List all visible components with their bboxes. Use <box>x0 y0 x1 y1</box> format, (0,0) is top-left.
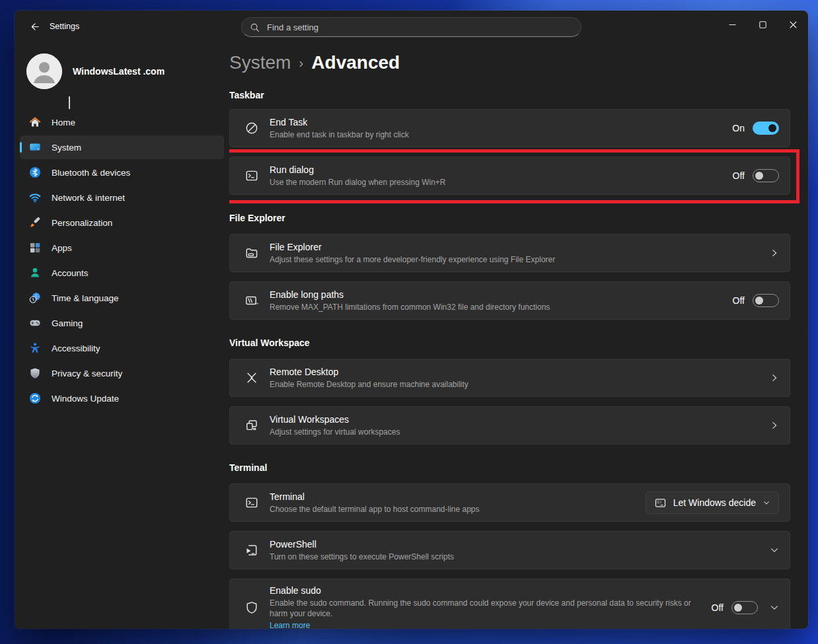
close-icon <box>790 21 797 28</box>
sidebar-item-label: Accessibility <box>52 343 100 353</box>
bluetooth-icon <box>28 166 42 179</box>
toggle-state-label: Off <box>733 170 745 181</box>
sidebar-item-home[interactable]: Home <box>20 110 224 134</box>
virtual-workspaces-icon <box>239 418 270 433</box>
back-arrow-icon <box>30 22 40 32</box>
sidebar-item-personalization[interactable]: Personalization <box>20 211 224 234</box>
end-task-icon <box>239 121 270 135</box>
sidebar-item-time-language[interactable]: Time & language <box>20 286 224 310</box>
accessibility-icon <box>28 341 42 355</box>
chevron-down-icon[interactable] <box>770 546 779 555</box>
sidebar: WindowsLatest .com Home System <box>15 42 229 629</box>
close-button[interactable] <box>778 11 808 38</box>
toggle-knob <box>755 172 763 180</box>
setting-description: Enable Remote Desktop and ensure machine… <box>270 379 757 390</box>
setting-row-terminal: Terminal Choose the default terminal app… <box>229 483 790 522</box>
search-box[interactable] <box>241 17 581 37</box>
setting-title: Virtual Workspaces <box>270 413 757 426</box>
powershell-icon <box>239 543 270 557</box>
minimize-button[interactable] <box>717 11 747 38</box>
enable-sudo-toggle[interactable] <box>731 601 758 614</box>
avatar <box>26 54 62 89</box>
terminal-icon <box>239 495 270 510</box>
text-caret <box>69 96 70 109</box>
toggle-state-label: Off <box>712 602 724 613</box>
main-content: System›Advanced Taskbar End Task Enable … <box>229 42 808 629</box>
setting-description: Adjust settings for virtual workspaces <box>270 427 757 437</box>
sidebar-item-accounts[interactable]: Accounts <box>20 261 224 285</box>
section-title-terminal: Terminal <box>229 462 790 474</box>
search-icon <box>250 22 260 32</box>
accounts-icon <box>28 266 42 279</box>
setting-title: Remote Desktop <box>270 366 757 378</box>
system-icon <box>28 141 42 154</box>
chevron-down-icon <box>762 499 770 507</box>
sidebar-item-label: Personalization <box>52 218 112 228</box>
svg-text:C:\: C:\ <box>657 500 661 504</box>
chevron-right-icon <box>770 421 779 430</box>
learn-more-link[interactable]: Learn more <box>270 621 310 629</box>
breadcrumb-parent[interactable]: System <box>229 52 291 73</box>
section-title-file-explorer: File Explorer <box>229 212 790 224</box>
long-paths-icon <box>239 293 270 308</box>
app-title: Settings <box>50 11 79 42</box>
dropdown-value: Let Windows decide <box>673 497 756 508</box>
maximize-button[interactable] <box>747 11 778 38</box>
setting-row-powershell[interactable]: PowerShell Turn on these settings to exe… <box>229 531 790 569</box>
user-name: WindowsLatest .com <box>73 66 165 77</box>
personalization-icon <box>28 216 42 229</box>
sidebar-item-label: Apps <box>52 243 72 253</box>
chevron-right-icon <box>770 373 779 382</box>
enable-long-paths-toggle[interactable] <box>753 294 779 307</box>
setting-title: Enable long paths <box>270 289 720 301</box>
setting-row-file-explorer[interactable]: File Explorer Adjust these settings for … <box>229 234 790 272</box>
network-icon <box>28 191 42 204</box>
setting-description: Remove MAX_PATH limitations from common … <box>270 302 720 312</box>
setting-row-remote-desktop[interactable]: Remote Desktop Enable Remote Desktop and… <box>229 359 790 397</box>
breadcrumb: System›Advanced <box>229 50 790 75</box>
folder-icon <box>239 246 270 260</box>
run-dialog-toggle[interactable] <box>753 169 779 182</box>
setting-title: End Task <box>270 116 719 129</box>
sidebar-item-label: Home <box>52 118 75 127</box>
setting-row-virtual-workspaces[interactable]: Virtual Workspaces Adjust settings for v… <box>229 406 790 445</box>
remote-desktop-icon <box>239 371 270 385</box>
sidebar-item-label: Bluetooth & devices <box>52 168 130 178</box>
back-button[interactable] <box>21 16 48 37</box>
sidebar-item-system[interactable]: System <box>20 135 224 159</box>
setting-description: Enable end task in taskbar by right clic… <box>270 129 719 140</box>
setting-row-end-task: End Task Enable end task in taskbar by r… <box>229 109 790 147</box>
cmd-icon: C:\ <box>654 497 667 509</box>
setting-description: Use the modern Run dialog when pressing … <box>270 177 720 188</box>
sidebar-item-accessibility[interactable]: Accessibility <box>20 336 224 360</box>
setting-row-enable-long-paths: Enable long paths Remove MAX_PATH limita… <box>229 281 790 320</box>
sidebar-item-windows-update[interactable]: Windows Update <box>20 386 224 410</box>
toggle-knob <box>755 297 763 304</box>
sidebar-item-privacy-security[interactable]: Privacy & security <box>20 361 224 385</box>
search-input[interactable] <box>266 22 573 33</box>
chevron-right-icon <box>770 248 779 258</box>
user-profile[interactable]: WindowsLatest .com <box>26 54 229 89</box>
windows-update-icon <box>28 392 42 405</box>
chevron-down-icon[interactable] <box>770 603 779 612</box>
sidebar-item-bluetooth-devices[interactable]: Bluetooth & devices <box>20 161 224 184</box>
page-title: Advanced <box>311 52 400 73</box>
sidebar-item-apps[interactable]: Apps <box>20 236 224 260</box>
sidebar-item-label: Time & language <box>52 293 119 303</box>
window-controls <box>717 11 808 42</box>
time-language-icon <box>28 291 42 304</box>
setting-title: Terminal <box>270 491 632 503</box>
sidebar-item-network-internet[interactable]: Network & internet <box>20 186 224 209</box>
setting-description: Enable the sudo command. Running the sud… <box>270 598 698 619</box>
sidebar-item-label: Privacy & security <box>52 369 122 378</box>
terminal-app-dropdown[interactable]: C:\ Let Windows decide <box>646 491 779 514</box>
titlebar: Settings <box>15 11 808 42</box>
setting-row-enable-sudo[interactable]: Enable sudo Enable the sudo command. Run… <box>229 579 790 629</box>
sidebar-item-gaming[interactable]: Gaming <box>20 311 224 335</box>
setting-title: Enable sudo <box>270 585 698 597</box>
sidebar-item-label: Gaming <box>52 318 83 328</box>
sidebar-item-label: Network & internet <box>52 193 125 203</box>
home-icon <box>28 116 42 129</box>
end-task-toggle[interactable] <box>753 122 779 135</box>
setting-description: Adjust these settings for a more develop… <box>270 254 757 265</box>
